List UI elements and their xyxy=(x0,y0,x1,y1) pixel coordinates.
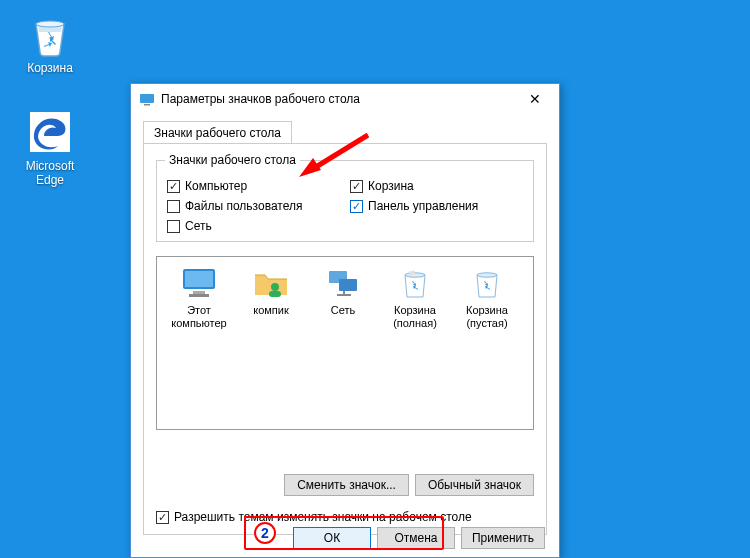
svg-point-0 xyxy=(36,21,64,27)
checkbox-control-panel[interactable]: Панель управления xyxy=(350,199,523,213)
desktop-icon-label: Корзина xyxy=(12,61,88,75)
checkbox-recycle-bin[interactable]: Корзина xyxy=(350,179,523,193)
svg-rect-6 xyxy=(193,291,205,294)
checkbox-network[interactable]: Сеть xyxy=(167,219,340,233)
list-item[interactable]: Корзина (полная) xyxy=(379,265,451,329)
recycle-bin-empty-icon xyxy=(467,265,507,301)
svg-rect-11 xyxy=(339,279,357,291)
close-icon: ✕ xyxy=(529,91,541,107)
recycle-bin-full-icon xyxy=(395,265,435,301)
svg-rect-3 xyxy=(144,104,150,106)
svg-rect-7 xyxy=(189,294,209,297)
desktop-icon-edge[interactable]: Microsoft Edge xyxy=(12,108,88,187)
network-icon xyxy=(323,265,363,301)
window-title: Параметры значков рабочего стола xyxy=(161,92,515,106)
dialog-desktop-icon-settings: Параметры значков рабочего стола ✕ Значк… xyxy=(130,83,560,558)
desktop-icon-label: Microsoft Edge xyxy=(12,159,88,187)
list-item[interactable]: Сеть xyxy=(307,265,379,329)
checkbox-allow-themes[interactable]: Разрешить темам изменять значки на рабоч… xyxy=(156,510,472,524)
list-item[interactable]: Корзина (пустая) xyxy=(451,265,523,329)
ok-button[interactable]: ОК xyxy=(293,527,371,549)
titlebar[interactable]: Параметры значков рабочего стола ✕ xyxy=(131,84,559,114)
cancel-button[interactable]: Отмена xyxy=(377,527,455,549)
group-desktop-icons: Значки рабочего стола Компьютер Корзина … xyxy=(156,160,534,242)
checkbox-user-files[interactable]: Файлы пользователя xyxy=(167,199,340,213)
window-icon xyxy=(139,91,155,107)
desktop-icon-recycle-bin[interactable]: Корзина xyxy=(12,10,88,75)
svg-point-14 xyxy=(477,273,497,277)
checkbox-icon xyxy=(167,220,180,233)
svg-rect-2 xyxy=(140,94,154,103)
apply-button[interactable]: Применить xyxy=(461,527,545,549)
checkbox-icon xyxy=(167,200,180,213)
restore-default-button[interactable]: Обычный значок xyxy=(415,474,534,496)
edge-icon xyxy=(26,108,74,156)
change-icon-button[interactable]: Сменить значок... xyxy=(284,474,409,496)
list-item[interactable]: Этот компьютер xyxy=(163,265,235,329)
this-pc-icon xyxy=(179,265,219,301)
svg-rect-9 xyxy=(269,291,281,297)
checkbox-icon xyxy=(350,200,363,213)
checkbox-icon xyxy=(167,180,180,193)
svg-rect-5 xyxy=(185,271,213,287)
close-button[interactable]: ✕ xyxy=(515,86,555,112)
tab-desktop-icons[interactable]: Значки рабочего стола xyxy=(143,121,292,144)
list-item[interactable]: компик xyxy=(235,265,307,329)
checkbox-computer[interactable]: Компьютер xyxy=(167,179,340,193)
recycle-bin-icon xyxy=(26,10,74,58)
checkbox-icon xyxy=(350,180,363,193)
checkbox-icon xyxy=(156,511,169,524)
icon-preview-list[interactable]: Этот компьютер компик Сеть Корзина (полн… xyxy=(156,256,534,430)
group-title: Значки рабочего стола xyxy=(165,153,300,167)
svg-point-8 xyxy=(271,283,279,291)
user-folder-icon xyxy=(251,265,291,301)
